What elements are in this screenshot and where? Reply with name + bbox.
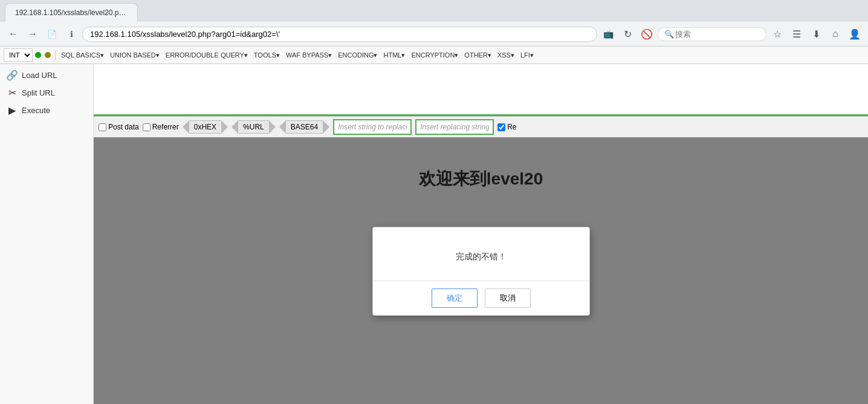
encryption-menu[interactable]: ENCRYPTION▾ (409, 50, 461, 60)
sidebar-item-load-url[interactable]: 🔗 Load URL (0, 67, 93, 84)
bottom-toolbar: Post data Referrer 0xHEX %URL BASE (94, 116, 868, 137)
int-select[interactable]: INT (4, 48, 33, 62)
url-encode-group: %URL (232, 120, 276, 134)
split-url-icon: ✂ (6, 87, 18, 99)
separator (55, 50, 56, 60)
dialog-footer: 确定 取消 (373, 281, 589, 315)
cast-icon[interactable]: 📺 (600, 25, 617, 42)
0xhex-encode-arrow[interactable] (221, 120, 228, 134)
sql-basics-menu[interactable]: SQL BASICS▾ (59, 50, 106, 60)
regex-checkbox-label[interactable]: Re (497, 123, 516, 131)
dialog-message: 完成的不错！ (456, 252, 507, 261)
dialog-ok-button[interactable]: 确定 (432, 288, 478, 308)
post-data-checkbox-label[interactable]: Post data (99, 123, 139, 131)
regex-checkbox[interactable] (497, 123, 505, 131)
browser-tab[interactable]: 192.168.1.105/xsslabs/level20.php?arg01=… (5, 3, 138, 22)
waf-bypass-menu[interactable]: WAF BYPASS▾ (283, 50, 334, 60)
no-entry-icon: 🚫 (638, 25, 655, 42)
base64-encode-arrow[interactable] (323, 120, 329, 134)
xss-menu[interactable]: XSS▾ (495, 50, 517, 60)
base64-label: BASE64 (286, 120, 323, 134)
sidebar: 🔗 Load URL ✂ Split URL ▶ Execute (0, 64, 94, 404)
main-toolbar: INT SQL BASICS▾ UNION BASED▾ ERROR/DOUBL… (0, 47, 868, 64)
profile-button[interactable]: 👤 (846, 25, 863, 42)
load-url-label: Load URL (22, 71, 57, 80)
sidebar-item-split-url[interactable]: ✂ Split URL (0, 84, 93, 102)
0xhex-label: 0xHEX (189, 120, 221, 134)
union-based-menu[interactable]: UNION BASED▾ (108, 50, 162, 60)
url-label: %URL (238, 120, 269, 134)
execute-icon: ▶ (6, 105, 18, 116)
info-icon: ℹ (63, 25, 80, 42)
0xhex-decode-arrow[interactable] (183, 120, 189, 134)
search-icon: 🔍 (664, 30, 674, 39)
page-content: 欢迎来到level20 完成的不错！ 确定 取消 (94, 137, 868, 404)
search-input[interactable] (675, 30, 748, 39)
olive-dot[interactable] (45, 52, 51, 58)
dialog-overlay: 完成的不错！ 确定 取消 (94, 137, 868, 404)
alert-dialog: 完成的不错！ 确定 取消 (372, 227, 590, 316)
back-button[interactable]: ← (5, 25, 22, 42)
replacing-string-input[interactable] (415, 119, 494, 135)
url-textarea[interactable] (94, 64, 868, 112)
execute-label: Execute (22, 106, 50, 115)
base64-encode-group: BASE64 (279, 120, 329, 134)
dialog-cancel-button[interactable]: 取消 (485, 288, 531, 308)
regex-label: Re (507, 123, 516, 131)
lfi-menu[interactable]: LFI▾ (518, 50, 536, 60)
post-data-checkbox[interactable] (99, 123, 106, 131)
download-button[interactable]: ⬇ (808, 25, 824, 42)
url-input-area (94, 64, 868, 116)
address-bar[interactable] (82, 27, 597, 42)
tools-menu[interactable]: TOOLS▾ (251, 50, 282, 60)
bookmark-button[interactable]: ☆ (769, 25, 786, 42)
referrer-label: Referrer (152, 123, 179, 131)
html-menu[interactable]: HTML▾ (381, 50, 407, 60)
url-encode-arrow[interactable] (269, 120, 276, 134)
forward-button[interactable]: → (24, 25, 41, 42)
replace-string-input[interactable] (333, 119, 412, 135)
dialog-body: 完成的不错！ (373, 227, 589, 281)
0xhex-encode-group: 0xHEX (183, 120, 228, 134)
load-url-icon: 🔗 (6, 70, 18, 81)
menu-button[interactable]: ☰ (788, 25, 805, 42)
post-data-label: Post data (108, 123, 139, 131)
green-dot[interactable] (35, 52, 41, 58)
referrer-checkbox[interactable] (143, 123, 151, 131)
encoding-menu[interactable]: ENCODING▾ (335, 50, 380, 60)
tab-title: 192.168.1.105/xsslabs/level20.php?arg01=… (15, 8, 138, 17)
referrer-checkbox-label[interactable]: Referrer (143, 123, 179, 131)
refresh-button[interactable]: ↻ (619, 25, 636, 42)
base64-decode-arrow[interactable] (279, 120, 286, 134)
other-menu[interactable]: OTHER▾ (462, 50, 494, 60)
page-icon: 📄 (44, 25, 60, 42)
url-decode-arrow[interactable] (232, 120, 238, 134)
home-button[interactable]: ⌂ (827, 25, 844, 42)
sidebar-item-execute[interactable]: ▶ Execute (0, 102, 93, 119)
error-double-query-menu[interactable]: ERROR/DOUBLE QUERY▾ (163, 50, 250, 60)
split-url-label: Split URL (22, 88, 55, 97)
